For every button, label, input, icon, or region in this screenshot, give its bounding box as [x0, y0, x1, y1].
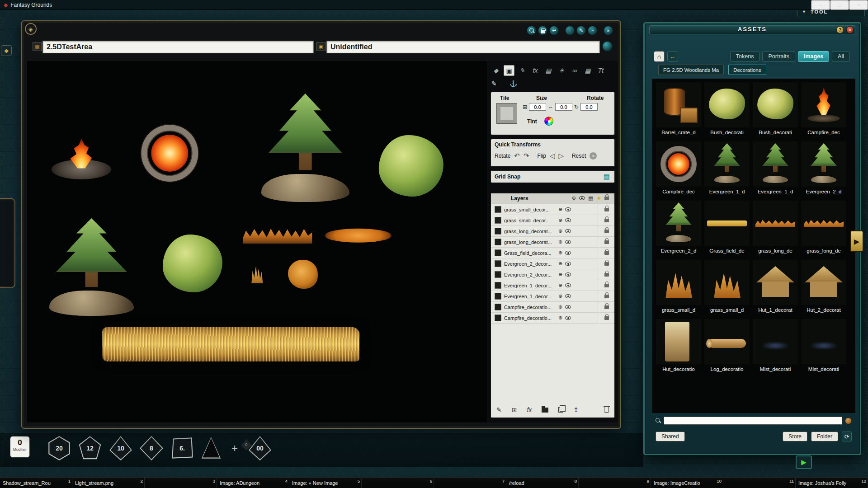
draw-button[interactable]: ✎	[576, 26, 586, 35]
hotkey-slot[interactable]: 9	[579, 478, 651, 488]
export-layer-button[interactable]: ↥	[573, 406, 579, 413]
asset-item[interactable]: Bush_decorati	[704, 82, 750, 137]
layer-target-button[interactable]: ⊕	[558, 261, 562, 267]
layer-row[interactable]: Evergreen_1_decor... ⊕	[491, 280, 614, 291]
layer-row[interactable]: Evergreen_2_decor... ⊕	[491, 269, 614, 280]
back-button[interactable]: ←	[667, 51, 678, 62]
map-decoration[interactable]	[243, 227, 312, 244]
layer-target-button[interactable]: ⊕	[558, 206, 562, 212]
flip-horizontal-button[interactable]: ◁	[550, 152, 555, 160]
layer-target-button[interactable]: ⊕	[558, 304, 562, 310]
asset-thumbnail[interactable]	[753, 82, 798, 127]
delete-layer-button[interactable]	[604, 407, 609, 413]
layer-visibility-toggle[interactable]	[565, 262, 571, 266]
home-button[interactable]: ⌂	[654, 51, 665, 62]
asset-thumbnail[interactable]	[753, 260, 798, 305]
asset-item[interactable]: Campfire_dec	[801, 82, 846, 137]
hotkey-slot[interactable]: /reload 8	[506, 478, 579, 488]
rotation-field[interactable]	[580, 103, 598, 111]
asset-thumbnail[interactable]	[656, 319, 701, 364]
hotkey-slot[interactable]: 3	[145, 478, 217, 488]
layer-visibility-toggle[interactable]	[565, 294, 571, 298]
layer-target-button[interactable]: ⊕	[558, 228, 562, 234]
asset-thumbnail[interactable]	[656, 260, 701, 305]
window-close-button[interactable]: ×	[849, 0, 868, 10]
assets-close-button[interactable]: ×	[846, 26, 854, 33]
asset-item[interactable]: Evergreen_2_d	[656, 201, 701, 256]
help-button[interactable]: ?	[836, 26, 844, 33]
tint-color-wheel[interactable]	[544, 117, 553, 126]
layer-target-button[interactable]: ⊕	[558, 282, 562, 288]
image-menu-button[interactable]	[602, 41, 613, 52]
map-name-field[interactable]	[42, 41, 314, 53]
layer-row[interactable]: Evergreen_2_decor... ⊕	[491, 258, 614, 269]
hotkey-slot[interactable]: 11	[723, 478, 796, 488]
layer-target-button[interactable]: ⊕	[558, 315, 562, 321]
asset-item[interactable]: grass_long_de	[801, 201, 846, 256]
layer-visibility-toggle[interactable]	[565, 240, 571, 244]
layer-target-button[interactable]: ⊕	[558, 293, 562, 299]
hotkey-slot[interactable]: Image: ImageCreatio 10	[651, 478, 723, 488]
sidebar-toggle-button[interactable]: ◆	[1, 45, 12, 56]
asset-item[interactable]: Mist_decorati	[801, 319, 846, 374]
layer-lock-toggle[interactable]	[604, 273, 609, 277]
layer-target-button[interactable]: ⊕	[558, 272, 562, 277]
layer-visibility-toggle[interactable]	[565, 207, 571, 211]
hotkey-slot[interactable]: Image: « New Image 5	[289, 478, 362, 488]
layer-lock-toggle[interactable]	[604, 208, 609, 211]
asset-item[interactable]: Log_decoratio	[704, 319, 750, 374]
mode-tiles[interactable]: ▤	[543, 65, 554, 76]
duplicate-layer-button[interactable]	[558, 407, 563, 413]
asset-thumbnail[interactable]	[656, 82, 701, 127]
die-d10[interactable]: 10	[108, 436, 133, 460]
tab-tokens[interactable]: Tokens	[730, 51, 760, 62]
asset-thumbnail[interactable]	[801, 260, 846, 305]
map-decoration[interactable]	[139, 122, 201, 184]
layer-lock-toggle[interactable]	[604, 251, 609, 255]
subtool-pencil[interactable]: ✎	[491, 80, 497, 87]
asset-thumbnail[interactable]	[656, 141, 701, 187]
asset-item[interactable]: Evergreen_1_d	[753, 141, 798, 197]
modifier-box[interactable]: 0 Modifier	[10, 436, 30, 458]
layer-visibility-toggle[interactable]	[565, 251, 571, 255]
folder-button[interactable]: Folder	[811, 432, 838, 441]
layer-visibility-toggle[interactable]	[565, 283, 571, 287]
mode-lighting[interactable]: ☀	[556, 65, 567, 76]
subtool-anchor[interactable]: ⚓	[509, 80, 517, 87]
hotkey-slot[interactable]: Image: Joshua's Folly 12	[796, 478, 868, 488]
asset-item[interactable]: grass_small_d	[656, 260, 701, 315]
map-decoration[interactable]	[38, 218, 144, 316]
window-minimize-button[interactable]: –	[811, 0, 830, 10]
hotkey-slot[interactable]: 6	[362, 478, 434, 488]
asset-item[interactable]: Bush_decorati	[753, 82, 798, 137]
hotkey-slot[interactable]: 7	[434, 478, 506, 488]
asset-thumbnail[interactable]	[801, 141, 846, 187]
map-decoration[interactable]	[250, 265, 264, 283]
rotate-ccw-button[interactable]: ↶	[514, 152, 520, 160]
tile-preview[interactable]	[496, 103, 517, 124]
asset-item[interactable]: Hut_1_decorat	[753, 260, 798, 315]
shade-button[interactable]: ◔	[588, 26, 597, 35]
tab-portraits[interactable]: Portraits	[762, 51, 795, 62]
asset-thumbnail[interactable]	[704, 260, 750, 305]
layer-target-button[interactable]: ⊕	[558, 239, 562, 245]
undo-button[interactable]: ↩	[549, 26, 559, 35]
layer-row[interactable]: grass_long_decorat... ⊕	[491, 237, 614, 248]
mode-text[interactable]: Tt	[595, 65, 606, 76]
layer-lock-toggle[interactable]	[604, 262, 609, 266]
asset-thumbnail[interactable]	[753, 141, 798, 187]
hotkey-slot[interactable]: Shadow_stream_Rou 1	[0, 478, 72, 488]
die-d12[interactable]: 12	[78, 436, 102, 460]
add-effect-layer-button[interactable]: fx	[527, 406, 532, 413]
panel-expand-arrow[interactable]: ▶	[850, 230, 863, 252]
layer-lock-toggle[interactable]	[604, 219, 609, 222]
add-tile-layer-button[interactable]: ⊞	[512, 406, 517, 413]
asset-thumbnail[interactable]	[801, 319, 846, 364]
hotkey-slot[interactable]: Image: ADungeon 4	[217, 478, 289, 488]
asset-item[interactable]: Hut_decoratio	[656, 319, 701, 374]
die-d4[interactable]	[201, 436, 222, 460]
asset-thumbnail[interactable]	[753, 201, 798, 246]
size-height-field[interactable]	[555, 103, 572, 111]
map-decoration[interactable]	[250, 94, 360, 202]
map-decoration[interactable]	[325, 229, 392, 242]
